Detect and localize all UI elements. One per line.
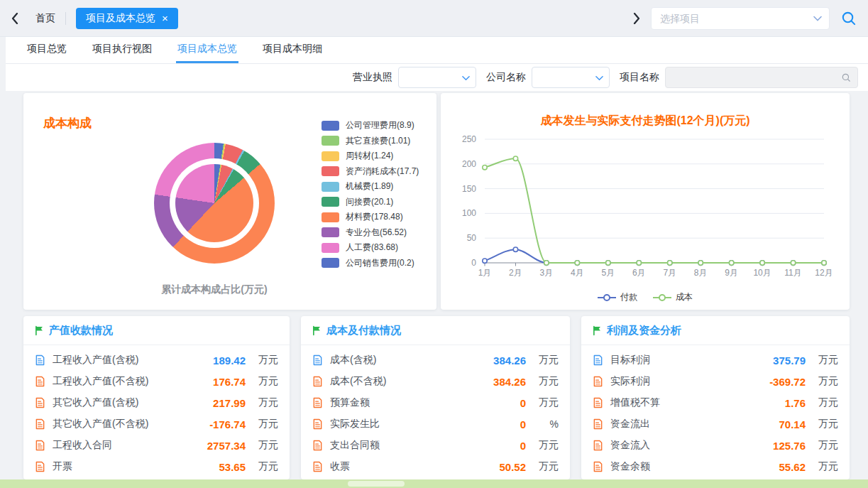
legend-label: 周转材(1.24) (346, 150, 393, 162)
line-chart-title: 成本发生与实际支付走势图(12个月)(万元) (441, 114, 850, 129)
forward-chevron-icon[interactable] (633, 13, 640, 24)
document-icon (593, 376, 603, 387)
filter-bar: 营业执照 公司名称 项目名称 (6, 64, 868, 91)
metric-label: 资金流入 (610, 439, 650, 452)
metric-label: 预算金额 (330, 396, 370, 409)
metric-label: 开票 (53, 460, 72, 473)
pie-legend-item[interactable]: 间接费(20.1) (322, 195, 419, 210)
breadcrumb-tab-active[interactable]: 项目及成本总览 × (76, 8, 178, 29)
license-filter-select[interactable] (398, 67, 476, 88)
document-icon (312, 461, 323, 472)
svg-text:2月: 2月 (509, 268, 522, 278)
metric-row: 其它收入产值(含税) 217.99 万元 (35, 392, 278, 413)
pie-legend-item[interactable]: 周转材(1.24) (322, 148, 419, 164)
metric-label: 其它收入产值(不含税) (53, 418, 148, 430)
metric-unit: 万元 (526, 460, 559, 473)
series-marker (483, 259, 487, 263)
metric-label: 实际发生比 (330, 418, 380, 430)
legend-label: 资产消耗成本(17.7) (346, 166, 419, 178)
series-marker (729, 261, 733, 265)
document-icon (312, 397, 323, 408)
panel-title: 成本及付款情况 (326, 324, 401, 337)
line-legend-item[interactable]: 成本 (653, 291, 693, 303)
metric-label: 实际利润 (610, 375, 650, 388)
pie-legend-item[interactable]: 人工费(83.68) (322, 240, 419, 256)
metric-value: 0 (520, 418, 526, 430)
search-icon[interactable] (840, 10, 857, 26)
legend-swatch (322, 243, 339, 253)
divider (65, 12, 66, 25)
pie-legend-item[interactable]: 专业分包(56.52) (322, 225, 419, 241)
metric-label: 目标利润 (610, 354, 650, 367)
legend-swatch (322, 151, 339, 161)
project-name-input[interactable] (672, 71, 841, 84)
metric-value: 53.65 (219, 461, 246, 473)
series-marker (822, 261, 826, 265)
close-icon[interactable]: × (162, 13, 168, 23)
metric-unit: 万元 (806, 418, 838, 430)
metric-row: 增值税不算 1.76 万元 (593, 392, 838, 413)
metric-row: 其它收入产值(不含税) -176.74 万元 (35, 413, 278, 435)
horizontal-scrollbar[interactable] (0, 479, 868, 488)
legend-label: 成本 (676, 291, 693, 303)
document-icon (35, 354, 45, 366)
metric-value: 125.76 (773, 440, 806, 452)
legend-label: 专业分包(56.52) (346, 227, 407, 239)
flag-icon (35, 325, 44, 336)
series-marker (513, 156, 517, 161)
document-icon (593, 397, 603, 408)
metric-unit: 万元 (806, 460, 838, 473)
metric-row: 资金余额 55.62 万元 (593, 456, 838, 477)
search-icon[interactable] (841, 72, 851, 82)
metric-value: 70.14 (779, 418, 806, 430)
nav-tab-4[interactable]: 项目成本明细 (261, 37, 324, 63)
metric-label: 资金流出 (610, 418, 650, 430)
document-icon (593, 418, 603, 430)
cost-trend-line-chart: 0501001502002501月2月3月4月5月6月7月8月9月10月11月1… (441, 129, 850, 286)
svg-text:6月: 6月 (632, 268, 646, 278)
legend-label: 材料费(178.48) (346, 211, 403, 223)
pie-legend: 公司管理费用(8.9) 其它直接费(1.01) 周转材(1.24) 资产消耗成本… (322, 118, 419, 271)
pie-legend-item[interactable]: 公司管理费用(8.9) (322, 118, 419, 134)
breadcrumb-tab-home[interactable]: 首页 (35, 12, 55, 25)
nav-tab-2[interactable]: 项目执行视图 (91, 37, 153, 63)
document-icon (35, 397, 45, 408)
legend-label: 公司管理费用(8.9) (346, 119, 414, 131)
panel-header: 利润及资金分析 (581, 316, 850, 345)
back-chevron-icon[interactable] (11, 13, 18, 24)
metric-value: 2757.34 (207, 440, 246, 452)
topbar: 首页 项目及成本总览 × (0, 0, 868, 37)
project-name-input-wrap (665, 67, 858, 88)
chevron-down-icon (462, 75, 470, 81)
metric-value: 176.74 (213, 376, 246, 388)
panel-header: 成本及付款情况 (301, 316, 570, 345)
document-icon (35, 440, 45, 451)
pie-legend-item[interactable]: 公司销售费用(0.2) (322, 256, 419, 271)
company-filter-select[interactable] (532, 67, 610, 88)
svg-text:12月: 12月 (815, 268, 833, 278)
metric-value: 189.42 (213, 354, 246, 367)
project-select[interactable] (651, 7, 830, 30)
metric-unit: % (526, 418, 559, 430)
nav-tab-3[interactable]: 项目成本总览 (176, 37, 238, 63)
pie-legend-item[interactable]: 其它直接费(1.01) (322, 134, 419, 149)
svg-text:250: 250 (462, 134, 476, 144)
metric-unit: 万元 (526, 439, 559, 452)
legend-swatch (322, 227, 339, 237)
metric-label: 其它收入产值(含税) (53, 396, 138, 409)
pie-legend-item[interactable]: 材料费(178.48) (322, 210, 419, 225)
document-icon (35, 461, 45, 472)
summary-panel: 产值收款情况 工程收入产值(含税) 189.42 万元 工程收入产值(不含税) … (23, 316, 290, 479)
metric-unit: 万元 (806, 354, 838, 367)
series-line-2 (485, 158, 824, 263)
pie-legend-item[interactable]: 资产消耗成本(17.7) (322, 164, 419, 180)
project-select-input[interactable] (659, 12, 813, 25)
nav-tab-1[interactable]: 项目总览 (26, 37, 68, 63)
metric-unit: 万元 (246, 418, 278, 430)
pie-legend-item[interactable]: 机械费(1.89) (322, 179, 419, 195)
line-legend-item[interactable]: 付款 (598, 291, 637, 303)
metric-value: 1.76 (785, 397, 806, 409)
scrollbar-thumb[interactable] (348, 481, 405, 487)
metric-row: 工程收入产值(含税) 189.42 万元 (35, 349, 278, 371)
metric-value: 375.79 (773, 354, 806, 367)
